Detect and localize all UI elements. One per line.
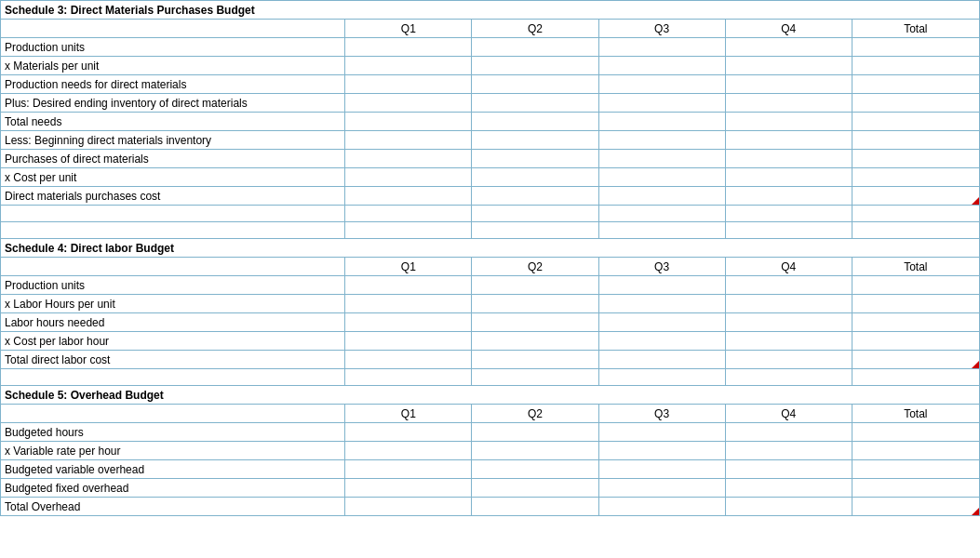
schedule-4-row-3-q3[interactable]: [598, 332, 725, 351]
schedule-3-row-4-q4[interactable]: [725, 113, 852, 131]
schedule-5-row-2-q1[interactable]: [345, 460, 472, 479]
schedule-3-row-8-q2[interactable]: [472, 187, 598, 206]
schedule-3-row-2-q4[interactable]: [725, 75, 852, 94]
schedule-4-row-0-label: Production units: [1, 276, 345, 295]
schedule-4-row-4-q1[interactable]: [345, 351, 472, 369]
schedule-3-row-2-q1[interactable]: [345, 75, 472, 94]
schedule-3-row-1-q3[interactable]: [598, 57, 725, 75]
schedule-5-row-0-q1[interactable]: [345, 423, 472, 442]
schedule-3-row-1-q2[interactable]: [472, 57, 598, 75]
schedule-3-row-6-q1[interactable]: [345, 150, 472, 168]
schedule-5-row-4-q4[interactable]: [725, 498, 852, 516]
schedule-4-row-0-q3[interactable]: [598, 276, 725, 295]
schedule-3-row-3-q3[interactable]: [598, 94, 725, 113]
schedule-4-row-1-q3[interactable]: [598, 295, 725, 313]
schedule-5-row-2-total[interactable]: [852, 460, 979, 479]
schedule-3-row-1-q1[interactable]: [345, 57, 472, 75]
schedule-4-row-0-q1[interactable]: [345, 276, 472, 295]
schedule-4-row-1-q1[interactable]: [345, 295, 472, 313]
schedule-4-row-2-total[interactable]: [852, 313, 979, 332]
schedule-3-row-0-q3[interactable]: [598, 38, 725, 57]
schedule-3-row-8-q3[interactable]: [598, 187, 725, 206]
schedule-5-row-0-q4[interactable]: [725, 423, 852, 442]
schedule-3-row-5-total[interactable]: [852, 131, 979, 150]
schedule-5-row-0-total[interactable]: [852, 423, 979, 442]
schedule-4-row-1-q2[interactable]: [472, 295, 598, 313]
schedule-5-row-2-q2[interactable]: [472, 460, 598, 479]
schedule-5-row-2-q3[interactable]: [598, 460, 725, 479]
schedule-5-row-3-q2[interactable]: [472, 479, 598, 498]
schedule-3-row-0-q4[interactable]: [725, 38, 852, 57]
schedule-3-row-3-q1[interactable]: [345, 94, 472, 113]
schedule-5-row-1-q2[interactable]: [472, 442, 598, 460]
schedule-5-row-3-total[interactable]: [852, 479, 979, 498]
schedule-3-row-7-q4[interactable]: [725, 168, 852, 187]
schedule-4-row-4-q4[interactable]: [725, 351, 852, 369]
schedule-3-row-2-q3[interactable]: [598, 75, 725, 94]
schedule-4-row-3-q4[interactable]: [725, 332, 852, 351]
schedule-3-row-1-q4[interactable]: [725, 57, 852, 75]
schedule-4-row-3-q2[interactable]: [472, 332, 598, 351]
schedule-5-row-4-q1[interactable]: [345, 498, 472, 516]
schedule-4-row-3-total[interactable]: [852, 332, 979, 351]
schedule-3-row-4-q1[interactable]: [345, 113, 472, 131]
schedule-3-row-6-q4[interactable]: [725, 150, 852, 168]
schedule-5-row-1-q1[interactable]: [345, 442, 472, 460]
schedule-3-col-q1: Q1: [345, 20, 472, 38]
schedule-5-row-3-q3[interactable]: [598, 479, 725, 498]
schedule-5-row-1-q4[interactable]: [725, 442, 852, 460]
schedule-4-row-4-q2[interactable]: [472, 351, 598, 369]
schedule-3-row-5-q3[interactable]: [598, 131, 725, 150]
schedule-3-row-6-q3[interactable]: [598, 150, 725, 168]
schedule-4-row-2-q3[interactable]: [598, 313, 725, 332]
schedule-3-row-8-total[interactable]: [852, 187, 979, 206]
schedule-3-row-2-total[interactable]: [852, 75, 979, 94]
schedule-4-row-4-q3[interactable]: [598, 351, 725, 369]
schedule-3-row-5-q2[interactable]: [472, 131, 598, 150]
schedule-5-row-4-total[interactable]: [852, 498, 979, 516]
schedule-4-row-1-total[interactable]: [852, 295, 979, 313]
schedule-3-row-4-q3[interactable]: [598, 113, 725, 131]
schedule-4-row-0-total[interactable]: [852, 276, 979, 295]
schedule-3-row-8-q4[interactable]: [725, 187, 852, 206]
schedule-5-row-0-q2[interactable]: [472, 423, 598, 442]
schedule-3-row-7-total[interactable]: [852, 168, 979, 187]
schedule-3-row-6-label: Purchases of direct materials: [1, 150, 345, 168]
schedule-3-row-7-q3[interactable]: [598, 168, 725, 187]
schedule-5-row-1-total[interactable]: [852, 442, 979, 460]
schedule-3-row-4-q2[interactable]: [472, 113, 598, 131]
schedule-3-row-8-q1[interactable]: [345, 187, 472, 206]
schedule-4-row-0-q2[interactable]: [472, 276, 598, 295]
schedule-5-row-3-q4[interactable]: [725, 479, 852, 498]
schedule-3-row-6-total[interactable]: [852, 150, 979, 168]
schedule-3-row-3-total[interactable]: [852, 94, 979, 113]
schedule-4-row-1-q4[interactable]: [725, 295, 852, 313]
schedule-5-row-0-q3[interactable]: [598, 423, 725, 442]
schedule-5-row-3-q1[interactable]: [345, 479, 472, 498]
schedule-5-row-1-q3[interactable]: [598, 442, 725, 460]
schedule-3-col-q2: Q2: [472, 20, 598, 38]
schedule-3-row-4-total[interactable]: [852, 113, 979, 131]
schedule-3-row-5-q1[interactable]: [345, 131, 472, 150]
schedule-4-row-2-q2[interactable]: [472, 313, 598, 332]
schedule-3-row-0-q1[interactable]: [345, 38, 472, 57]
schedule-3-row-7-q1[interactable]: [345, 168, 472, 187]
schedule-3-row-2-q2[interactable]: [472, 75, 598, 94]
schedule-5-row-4-q2[interactable]: [472, 498, 598, 516]
schedule-3-row-3-q2[interactable]: [472, 94, 598, 113]
schedule-3-row-0-q2[interactable]: [472, 38, 598, 57]
schedule-4-row-0-q4[interactable]: [725, 276, 852, 295]
schedule-5-row-2-q4[interactable]: [725, 460, 852, 479]
schedule-5-label-header: [1, 405, 345, 423]
schedule-4-row-2-q4[interactable]: [725, 313, 852, 332]
schedule-5-row-4-q3[interactable]: [598, 498, 725, 516]
schedule-3-row-1-total[interactable]: [852, 57, 979, 75]
schedule-3-row-6-q2[interactable]: [472, 150, 598, 168]
schedule-4-row-4-total[interactable]: [852, 351, 979, 369]
schedule-3-row-7-q2[interactable]: [472, 168, 598, 187]
schedule-3-row-0-total[interactable]: [852, 38, 979, 57]
schedule-4-row-3-q1[interactable]: [345, 332, 472, 351]
schedule-4-row-2-q1[interactable]: [345, 313, 472, 332]
schedule-3-row-5-q4[interactable]: [725, 131, 852, 150]
schedule-3-row-3-q4[interactable]: [725, 94, 852, 113]
